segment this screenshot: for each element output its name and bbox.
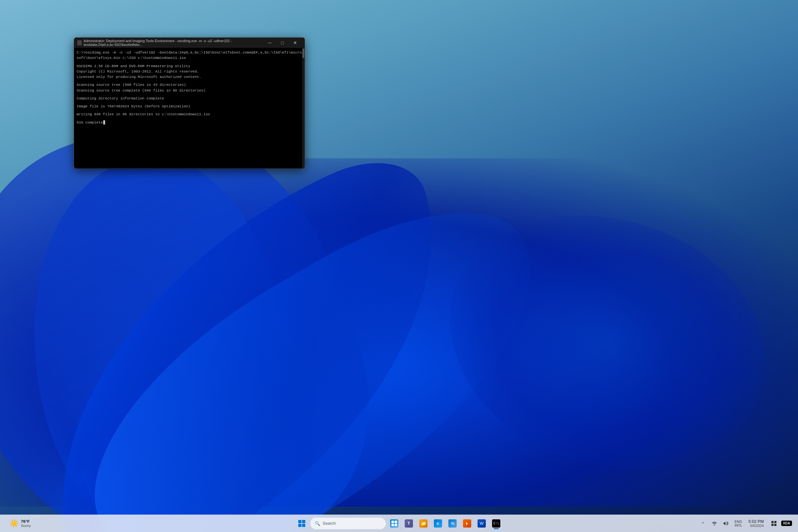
clock-time: 5:02 PM (748, 519, 764, 524)
taskbar-right: ^ ENG INTL (698, 518, 792, 529)
weather-icon: ☀️ (10, 519, 19, 528)
svg-rect-6 (392, 524, 394, 526)
svg-rect-12 (774, 524, 777, 526)
cmd-line-7: Computing directory information complete (77, 96, 302, 101)
minimize-button[interactable]: ─ (264, 38, 276, 47)
taskbar-app-teams[interactable]: T (402, 517, 415, 530)
svg-rect-10 (774, 521, 777, 523)
tray-volume-icon[interactable] (721, 518, 731, 529)
taskbar-app-pocketcasts[interactable]: ⏵ (461, 517, 473, 530)
cmd-line-6: Scanning source tree complete (946 files… (77, 88, 302, 93)
svg-rect-11 (772, 524, 774, 526)
cmd-line-1: C:\>oscdimg.exe -m -o -u2 -udfver102 -bo… (77, 50, 302, 61)
store-icon: 🛍 (449, 519, 457, 528)
weather-temp: 76°F (21, 519, 31, 524)
svg-rect-0 (298, 520, 302, 523)
close-button[interactable]: ✕ (289, 38, 302, 47)
cmd-scrollbar[interactable] (302, 48, 305, 169)
taskbar-app-explorer[interactable]: 📁 (417, 517, 430, 530)
cursor (103, 120, 105, 125)
cmd-scrollbar-thumb[interactable] (302, 49, 304, 58)
start-button[interactable] (296, 517, 308, 530)
cmd-line-empty-5 (77, 109, 302, 112)
xda-badge[interactable]: XDA (781, 518, 792, 529)
cmd-line-empty-4 (77, 101, 302, 103)
cmd-window-controls: ─ □ ✕ (264, 38, 302, 47)
edge-icon: e (434, 519, 442, 528)
tray-chevron[interactable]: ^ (698, 518, 708, 529)
cmd-line-10: 61% complete (77, 120, 302, 125)
search-label: Search (323, 521, 336, 526)
taskbar-app-store[interactable]: 🛍 (446, 517, 459, 530)
cmd-titlebar: ⬛ Administrator: Deployment and Imaging … (74, 38, 305, 48)
svg-rect-4 (392, 520, 394, 523)
taskbar-app-edge[interactable]: e (432, 517, 444, 530)
taskbar: ☀️ 76°F Sunny 🔍 Search (0, 515, 798, 532)
taskbar-app-widgets[interactable] (388, 517, 401, 530)
cmd-content: C:\>oscdimg.exe -m -o -u2 -udfver102 -bo… (74, 48, 305, 169)
blue-app-icon: W (477, 519, 486, 528)
desktop: ⬛ Administrator: Deployment and Imaging … (0, 0, 798, 532)
cmd-line-empty-2 (77, 79, 302, 82)
language-code: ENG (735, 520, 742, 524)
cmd-line-5: Scanning source tree (500 files in 43 di… (77, 82, 302, 88)
maximize-button[interactable]: □ (276, 38, 289, 47)
weather-description: Sunny (21, 524, 31, 528)
taskbar-app-blue[interactable]: W (475, 517, 488, 530)
notification-center-icon[interactable] (769, 518, 779, 529)
svg-rect-5 (395, 520, 397, 523)
cmd-window-icon: ⬛ (77, 40, 82, 45)
xda-label: XDA (781, 520, 792, 526)
cmd-line-4: Licensed only for producing Microsoft au… (77, 74, 302, 79)
windows-logo-icon (298, 520, 305, 527)
system-tray: ^ (698, 518, 731, 529)
teams-icon: T (405, 519, 413, 528)
svg-rect-1 (302, 520, 305, 523)
search-bar[interactable]: 🔍 Search (310, 517, 386, 530)
widgets-icon (390, 519, 398, 528)
weather-widget[interactable]: ☀️ 76°F Sunny (6, 518, 34, 529)
search-icon: 🔍 (315, 521, 320, 526)
cmd-line-9: Writing 946 files in 86 directories to c… (77, 112, 302, 117)
svg-rect-2 (298, 524, 302, 527)
cmd-window-title: Administrator: Deployment and Imaging To… (83, 39, 264, 46)
cmd-line-3: Copyright (C) Microsoft, 1993-2012. All … (77, 69, 302, 74)
cmd-icon: C:\ (492, 519, 500, 528)
taskbar-app-cmd[interactable]: C:\ (490, 517, 502, 530)
cmd-line-empty-3 (77, 93, 302, 96)
weather-info: 76°F Sunny (21, 519, 31, 528)
svg-rect-9 (772, 521, 774, 523)
pocketcasts-icon: ⏵ (463, 519, 471, 528)
explorer-icon: 📁 (419, 519, 428, 528)
system-clock[interactable]: 5:02 PM 6/6/2024 (746, 519, 766, 528)
language-region: INTL (735, 524, 742, 527)
svg-point-8 (714, 525, 715, 525)
cmd-line-empty-6 (77, 117, 302, 120)
cmd-window[interactable]: ⬛ Administrator: Deployment and Imaging … (74, 37, 305, 169)
clock-date: 6/6/2024 (750, 524, 764, 528)
cmd-line-empty-1 (77, 61, 302, 63)
svg-rect-3 (302, 524, 305, 527)
cmd-titlebar-left: ⬛ Administrator: Deployment and Imaging … (77, 39, 264, 46)
taskbar-center: 🔍 Search T (296, 517, 502, 530)
cmd-line-8: Image file is 7667482624 bytes (before o… (77, 103, 302, 109)
svg-rect-7 (395, 524, 397, 526)
taskbar-left: ☀️ 76°F Sunny (6, 518, 34, 529)
cmd-line-2: OSCDIMG 2.56 CD-ROM and DVD-ROM Premaste… (77, 63, 302, 69)
tray-network-icon[interactable] (709, 518, 720, 529)
language-indicator[interactable]: ENG INTL (734, 520, 743, 527)
